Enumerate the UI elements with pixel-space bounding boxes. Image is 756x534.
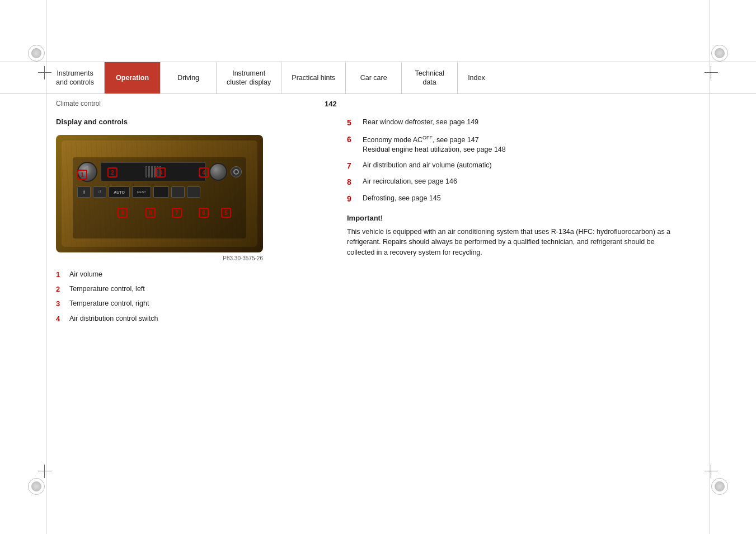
list-item-right-6: 6 Economy mode ACOFF, see page 147Residu… [347,134,683,155]
list-item-right-8: 8 Air recirculation, see page 146 [347,177,683,188]
nav-item-technical-data[interactable]: Technical data [402,62,458,93]
image-caption: P83.30-3575-26 [56,255,263,261]
climate-control-image: ⬆ ↺ AUTO REST 1 2 [56,135,263,252]
right-list: 5 Rear window defroster, see page 149 6 … [347,118,683,205]
badge-6: 6 [199,208,209,218]
nav-item-operation[interactable]: Operation [105,62,161,93]
nav-item-index[interactable]: Index [458,62,530,93]
corner-circle-br [711,478,728,495]
list-item-1: 1 Air volume [56,270,336,280]
list-item-2: 2 Temperature control, left [56,284,336,294]
corner-circle-tr [711,45,728,62]
crosshair-bottom-left [38,465,51,478]
badge-8: 8 [145,208,156,218]
badge-2: 2 [107,167,118,177]
nav-item-driving[interactable]: Driving [161,62,217,93]
badge-5: 5 [221,208,231,218]
badge-3: 3 [156,167,166,177]
nav-item-instrument-cluster[interactable]: Instrument cluster display [217,62,281,93]
left-list: 1 Air volume 2 Temperature control, left… [56,270,336,324]
nav-item-practical-hints[interactable]: Practical hints [281,62,346,93]
breadcrumb: Climate control [56,100,101,107]
badge-1: 1 [77,170,87,180]
list-item-4: 4 Air distribution control switch [56,314,336,324]
nav-bar: Instruments and controls Operation Drivi… [0,62,756,94]
important-text: This vehicle is equipped with an air con… [347,227,683,258]
nav-item-instruments[interactable]: Instruments and controls [0,62,105,93]
badge-9: 9 [118,208,128,218]
page-number: 142 [325,100,337,108]
list-item-right-5: 5 Rear window defroster, see page 149 [347,118,683,129]
section-title: Display and controls [56,118,336,126]
crosshair-bottom-right [705,465,718,478]
list-item-3: 3 Temperature control, right [56,299,336,309]
content-left: Display and controls [56,118,336,329]
important-section: Important! This vehicle is equipped with… [347,214,683,258]
badge-4: 4 [199,167,209,177]
content-right: 5 Rear window defroster, see page 149 6 … [347,118,683,258]
nav-item-car-care[interactable]: Car care [346,62,402,93]
corner-circle-tl [28,45,45,62]
list-item-right-7: 7 Air distribution and air volume (autom… [347,161,683,172]
corner-circle-bl [28,478,45,495]
important-title: Important! [347,214,683,222]
list-item-right-9: 9 Defrosting, see page 145 [347,194,683,205]
badge-7: 7 [172,208,182,218]
